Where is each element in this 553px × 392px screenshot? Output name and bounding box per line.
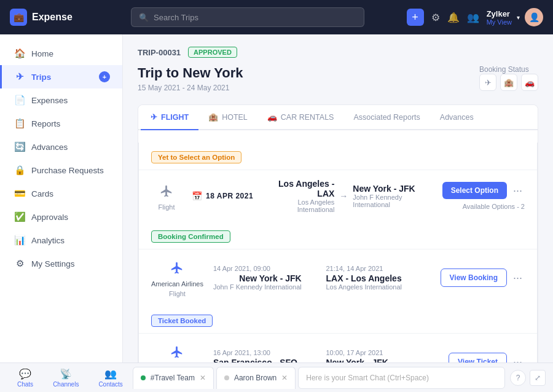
select-option-button-0[interactable]: Select Option — [442, 182, 507, 199]
travel-team-close[interactable]: ✕ — [200, 374, 206, 382]
flight-tab-icon: ✈ — [151, 112, 157, 122]
sidebar-item-my-settings[interactable]: ⚙ My Settings — [0, 252, 122, 275]
sidebar-item-home[interactable]: 🏠 Home — [0, 42, 122, 65]
content-area: TRIP-00031 APPROVED Trip to New York 15 … — [123, 34, 553, 363]
action-col-1: View Booking ··· — [439, 269, 525, 287]
sidebar-item-expenses[interactable]: 📄 Expenses — [0, 88, 122, 112]
tab-flight[interactable]: ✈ FLIGHT — [141, 105, 198, 130]
time-cities-2: San Francisco - SFO San Francisco Intern… — [213, 358, 316, 363]
more-options-button-1[interactable]: ··· — [511, 272, 525, 284]
home-icon: 🏠 — [14, 48, 25, 59]
chat-nav-chats[interactable]: 💬 Chats — [7, 364, 43, 391]
sidebar-label-cards: Cards — [31, 189, 53, 198]
section-header-booked: Ticket Booked — [139, 306, 537, 333]
chat-bar: 💬 Chats 📡 Channels 👥 Contacts #Travel Te… — [0, 363, 553, 392]
tab-advances-label: Advances — [440, 113, 474, 122]
to-airport-0: John F Kennedy International — [353, 194, 429, 208]
chat-input[interactable]: Here is your Smart Chat (Ctrl+Space) — [298, 367, 505, 389]
action-row-0: Select Option ··· — [442, 182, 525, 199]
chats-icon: 💬 — [19, 368, 31, 380]
chat-nav-contacts[interactable]: 👥 Contacts — [88, 364, 132, 391]
from-city-2: San Francisco - SFO — [213, 358, 297, 363]
more-options-button-2[interactable]: ··· — [511, 356, 525, 363]
from-endpoint-1: New York - JFK John F Kennedy Internatio… — [213, 273, 302, 291]
from-city-1: New York - JFK — [213, 273, 302, 283]
flight-content: Yet to Select an Option Flight 📅 18 APR … — [138, 143, 538, 363]
settings-icon[interactable]: ⚙ — [431, 12, 440, 23]
sidebar-item-advances[interactable]: 🔄 Advances — [0, 135, 122, 159]
booking-hotel-btn[interactable]: 🏨 — [500, 74, 517, 91]
user-text: Zylker My View — [487, 9, 512, 26]
flight-row-2: American Airlines Flight 16 Apr 2021, 13… — [139, 333, 537, 363]
time-route-col-1b: 21:14, 14 Apr 2021 LAX - Los Angeles Los… — [326, 265, 429, 291]
status-tag-confirmed: Booking Confirmed — [151, 230, 230, 243]
section-header-pending: Yet to Select an Option — [139, 143, 537, 170]
route-arrow-0: → — [339, 191, 348, 201]
car-tab-icon: 🚗 — [267, 112, 277, 122]
time-cities-1b: LAX - Los Angeles Los Angeles Internatio… — [326, 273, 429, 291]
trips-badge: + — [99, 71, 110, 82]
channels-icon: 📡 — [60, 368, 72, 380]
booking-icons: ✈ 🏨 🚗 — [479, 74, 538, 91]
view-booking-button-1[interactable]: View Booking — [441, 269, 507, 287]
sidebar-item-reports[interactable]: 📋 Reports — [0, 112, 122, 135]
available-options-0: Available Options - 2 — [463, 203, 525, 210]
my-settings-icon: ⚙ — [14, 258, 25, 269]
aaron-brown-close[interactable]: ✕ — [281, 374, 288, 382]
user-name: Zylker — [487, 9, 512, 18]
trips-icon: ✈ — [14, 71, 25, 82]
users-icon[interactable]: 👥 — [467, 12, 479, 23]
notifications-icon[interactable]: 🔔 — [447, 12, 460, 23]
search-placeholder: Search Trips — [154, 13, 198, 22]
hotel-tab-icon: 🏨 — [208, 112, 218, 122]
booking-car-btn[interactable]: 🚗 — [521, 74, 538, 91]
time-route-col-2b: 10:00, 17 Apr 2021 New York - JFK John F… — [326, 349, 429, 363]
add-button[interactable]: + — [407, 9, 424, 26]
booking-status-area: Booking Status ✈ 🏨 🚗 — [479, 65, 538, 91]
action-row-1: View Booking ··· — [441, 269, 525, 287]
view-ticket-button-2[interactable]: View Ticket — [449, 353, 507, 363]
sidebar-item-purchase-requests[interactable]: 🔒 Purchase Requests — [0, 159, 122, 182]
booking-status-row: Trip to New York 15 May 2021 - 24 May 20… — [138, 65, 538, 102]
travel-team-dot — [141, 375, 146, 380]
time-cities-1: New York - JFK John F Kennedy Internatio… — [213, 273, 316, 291]
tab-associated-reports[interactable]: Associated Reports — [343, 105, 429, 130]
sidebar-label-advances: Advances — [31, 143, 68, 152]
sidebar-label-approvals: Approvals — [31, 213, 68, 222]
depart-time-2: 16 Apr 2021, 13:00 — [213, 349, 316, 356]
contacts-label: Contacts — [98, 381, 122, 388]
arrive-time-1: 21:14, 14 Apr 2021 — [326, 265, 429, 272]
plane-icon-1 — [167, 258, 187, 278]
chevron-down-icon[interactable]: ▾ — [517, 14, 520, 21]
flight-icon-col-2: American Airlines Flight — [151, 342, 203, 363]
route-col-0: Los Angeles - LAX Los Angeles Internatio… — [269, 179, 429, 213]
to-city-1: LAX - Los Angeles — [326, 273, 402, 283]
to-airport-1: Los Angeles International — [326, 283, 402, 291]
chat-tab-aaron-brown[interactable]: Aaron Brown ✕ — [216, 367, 296, 389]
search-bar[interactable]: 🔍 Search Trips — [131, 7, 364, 27]
avatar[interactable]: 👤 — [525, 8, 543, 26]
to-city-2: New York - JFK — [326, 358, 415, 363]
flight-label-1: Flight — [169, 290, 186, 297]
sidebar-item-trips[interactable]: ✈ Trips + — [0, 65, 122, 88]
sidebar-item-analytics[interactable]: 📊 Analytics — [0, 229, 122, 252]
sidebar-label-trips: Trips — [31, 73, 51, 82]
tab-car-rentals[interactable]: 🚗 CAR RENTALS — [257, 105, 344, 130]
from-endpoint-2: San Francisco - SFO San Francisco Intern… — [213, 358, 297, 363]
date-col-0: 📅 18 APR 2021 — [192, 191, 259, 201]
chat-nav-channels[interactable]: 📡 Channels — [43, 364, 88, 391]
chat-tab-travel-team[interactable]: #Travel Team ✕ — [133, 367, 214, 389]
tab-hotel[interactable]: 🏨 HOTEL — [198, 105, 257, 130]
booking-flight-btn[interactable]: ✈ — [479, 74, 496, 91]
tab-advances[interactable]: Advances — [430, 105, 484, 130]
sidebar-item-approvals[interactable]: ✅ Approvals — [0, 205, 122, 229]
more-options-button-0[interactable]: ··· — [511, 184, 525, 197]
trip-title-area: Trip to New York 15 May 2021 - 24 May 20… — [138, 65, 243, 102]
logo-icon: 💼 — [10, 9, 27, 26]
sidebar-item-cards[interactable]: 💳 Cards — [0, 182, 122, 205]
chat-help-button[interactable]: ? — [510, 370, 526, 386]
chat-expand-button[interactable]: ⤢ — [530, 370, 546, 386]
purchase-icon: 🔒 — [14, 165, 25, 176]
action-col-2: View Ticket ··· — [439, 353, 525, 363]
tab-reports-label: Associated Reports — [353, 113, 420, 122]
